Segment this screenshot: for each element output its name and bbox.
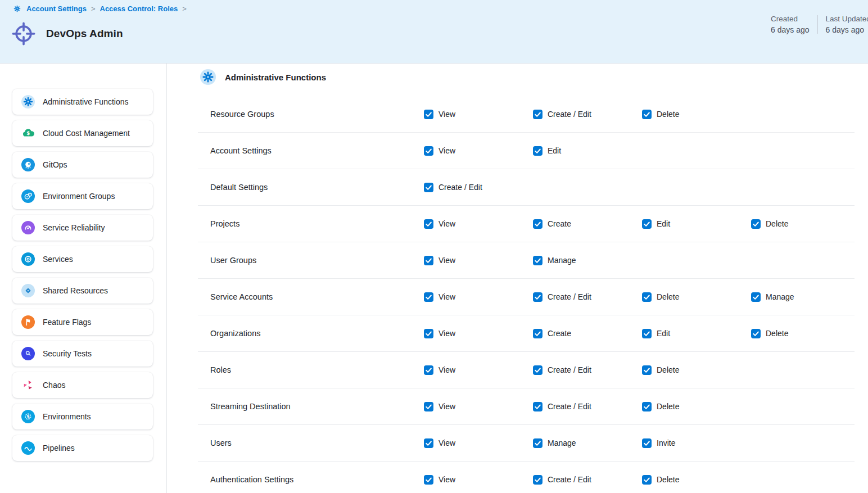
permission-checkbox-view[interactable]: View bbox=[424, 329, 533, 338]
permission-label: Delete bbox=[766, 329, 788, 338]
permission-checkbox-manage[interactable]: Manage bbox=[533, 256, 642, 265]
permission-checkbox-invite[interactable]: Invite bbox=[642, 438, 751, 448]
sidebar-item-security-tests[interactable]: Security Tests bbox=[12, 341, 153, 367]
checkbox-checked-icon[interactable] bbox=[424, 438, 433, 448]
permission-checkbox-view[interactable]: View bbox=[424, 110, 533, 119]
checkbox-checked-icon[interactable] bbox=[751, 219, 761, 229]
permission-checkbox-view[interactable]: View bbox=[424, 292, 533, 302]
permission-checkbox-delete[interactable]: Delete bbox=[642, 292, 751, 302]
checkbox-checked-icon[interactable] bbox=[424, 219, 433, 229]
checkbox-checked-icon[interactable] bbox=[533, 110, 542, 119]
permission-row-roles: Roles View Create / Edit Delete bbox=[198, 352, 855, 388]
permission-checkbox-edit[interactable]: Edit bbox=[642, 329, 751, 338]
permission-checkbox-create-edit[interactable]: Create / Edit bbox=[533, 110, 642, 119]
sidebar-item-shared-resources[interactable]: Shared Resources bbox=[12, 278, 153, 304]
checkbox-checked-icon[interactable] bbox=[424, 183, 433, 192]
permission-checkbox-create[interactable]: Create bbox=[533, 219, 642, 229]
checkbox-checked-icon[interactable] bbox=[533, 402, 542, 411]
checkbox-checked-icon[interactable] bbox=[424, 329, 433, 338]
permission-checkbox-create-edit[interactable]: Create / Edit bbox=[533, 292, 642, 302]
sidebar-item-administrative-functions[interactable]: Administrative Functions bbox=[12, 89, 153, 115]
checkbox-checked-icon[interactable] bbox=[642, 365, 652, 375]
breadcrumb-link-access-control-roles[interactable]: Access Control: Roles bbox=[100, 4, 178, 13]
sidebar-item-pipelines[interactable]: Pipelines bbox=[12, 435, 153, 461]
checkbox-checked-icon[interactable] bbox=[424, 365, 433, 375]
permission-label: View bbox=[438, 292, 455, 301]
permission-checkbox-delete[interactable]: Delete bbox=[642, 365, 751, 375]
permission-checkbox-create[interactable]: Create bbox=[533, 329, 642, 338]
section-header: Administrative Functions bbox=[200, 69, 868, 85]
sidebar-item-environments[interactable]: $Environments bbox=[12, 404, 153, 429]
breadcrumb-separator-icon: > bbox=[182, 4, 187, 13]
checkbox-checked-icon[interactable] bbox=[533, 329, 542, 338]
breadcrumb-link-account-settings[interactable]: Account Settings bbox=[26, 4, 87, 13]
created-label: Created bbox=[771, 15, 810, 23]
permission-label: Edit bbox=[657, 329, 670, 338]
checkbox-checked-icon[interactable] bbox=[533, 438, 542, 448]
shared-resources-icon bbox=[21, 284, 35, 297]
checkbox-checked-icon[interactable] bbox=[424, 402, 433, 411]
permission-checkbox-delete[interactable]: Delete bbox=[642, 110, 751, 119]
permission-checkbox-create-edit[interactable]: Create / Edit bbox=[533, 475, 642, 485]
permission-checkbox-view[interactable]: View bbox=[424, 438, 533, 448]
sidebar-item-service-reliability[interactable]: Service Reliability bbox=[12, 215, 153, 241]
permission-checkbox-edit[interactable]: Edit bbox=[533, 146, 642, 156]
checkbox-checked-icon[interactable] bbox=[642, 475, 652, 485]
permission-label: Create / Edit bbox=[548, 110, 591, 119]
permission-label: Create / Edit bbox=[548, 402, 591, 411]
permission-resource-label: Users bbox=[210, 438, 424, 447]
permission-resource-label: Organizations bbox=[210, 329, 424, 338]
checkbox-checked-icon[interactable] bbox=[533, 475, 542, 485]
sidebar-item-label: Chaos bbox=[43, 381, 65, 390]
checkbox-checked-icon[interactable] bbox=[642, 292, 652, 302]
section-gear-icon bbox=[200, 69, 216, 85]
permission-checkbox-delete[interactable]: Delete bbox=[642, 475, 751, 485]
permission-checkbox-view[interactable]: View bbox=[424, 146, 533, 156]
permission-checkbox-view[interactable]: View bbox=[424, 475, 533, 485]
checkbox-checked-icon[interactable] bbox=[642, 438, 652, 448]
checkbox-checked-icon[interactable] bbox=[424, 475, 433, 485]
breadcrumb: Account Settings > Access Control: Roles… bbox=[12, 4, 187, 13]
permission-checkbox-manage[interactable]: Manage bbox=[533, 438, 642, 448]
checkbox-checked-icon[interactable] bbox=[751, 329, 761, 338]
checkbox-checked-icon[interactable] bbox=[642, 219, 652, 229]
permission-checkbox-delete[interactable]: Delete bbox=[751, 329, 855, 338]
sidebar-item-cloud-cost-management[interactable]: $Cloud Cost Management bbox=[12, 120, 153, 146]
checkbox-checked-icon[interactable] bbox=[751, 292, 761, 302]
checkbox-checked-icon[interactable] bbox=[533, 365, 542, 375]
permission-checkbox-manage[interactable]: Manage bbox=[751, 292, 855, 302]
permission-resource-label: Authentication Settings bbox=[210, 475, 424, 484]
permission-label: View bbox=[438, 110, 455, 119]
checkbox-checked-icon[interactable] bbox=[533, 146, 542, 156]
permission-checkbox-create-edit[interactable]: Create / Edit bbox=[424, 183, 533, 192]
checkbox-checked-icon[interactable] bbox=[424, 256, 433, 265]
checkbox-checked-icon[interactable] bbox=[533, 292, 542, 302]
permission-checkbox-view[interactable]: View bbox=[424, 219, 533, 229]
checkbox-checked-icon[interactable] bbox=[642, 329, 652, 338]
checkbox-checked-icon[interactable] bbox=[642, 110, 652, 119]
checkbox-checked-icon[interactable] bbox=[533, 256, 542, 265]
permission-checkbox-delete[interactable]: Delete bbox=[642, 402, 751, 411]
permission-checkbox-view[interactable]: View bbox=[424, 402, 533, 411]
permission-row-service-accounts: Service Accounts View Create / Edit Dele… bbox=[198, 279, 855, 315]
checkbox-checked-icon[interactable] bbox=[642, 402, 652, 411]
created-block: Created 6 days ago bbox=[771, 15, 810, 34]
permission-checkbox-view[interactable]: View bbox=[424, 256, 533, 265]
checkbox-checked-icon[interactable] bbox=[533, 219, 542, 229]
chaos-icon bbox=[21, 378, 35, 392]
checkbox-checked-icon[interactable] bbox=[424, 146, 433, 156]
sidebar-item-chaos[interactable]: Chaos bbox=[12, 372, 153, 398]
permission-label: Delete bbox=[766, 219, 788, 228]
sidebar-item-environment-groups[interactable]: Environment Groups bbox=[12, 183, 153, 209]
permission-checkbox-create-edit[interactable]: Create / Edit bbox=[533, 402, 642, 411]
sidebar-item-services[interactable]: Services bbox=[12, 246, 153, 272]
checkbox-checked-icon[interactable] bbox=[424, 110, 433, 119]
sidebar-item-gitops[interactable]: GitOps bbox=[12, 152, 153, 178]
permission-checkbox-view[interactable]: View bbox=[424, 365, 533, 375]
permission-label: Manage bbox=[766, 292, 794, 301]
permission-checkbox-delete[interactable]: Delete bbox=[751, 219, 855, 229]
permission-checkbox-edit[interactable]: Edit bbox=[642, 219, 751, 229]
sidebar-item-feature-flags[interactable]: Feature Flags bbox=[12, 309, 153, 335]
checkbox-checked-icon[interactable] bbox=[424, 292, 433, 302]
permission-checkbox-create-edit[interactable]: Create / Edit bbox=[533, 365, 642, 375]
